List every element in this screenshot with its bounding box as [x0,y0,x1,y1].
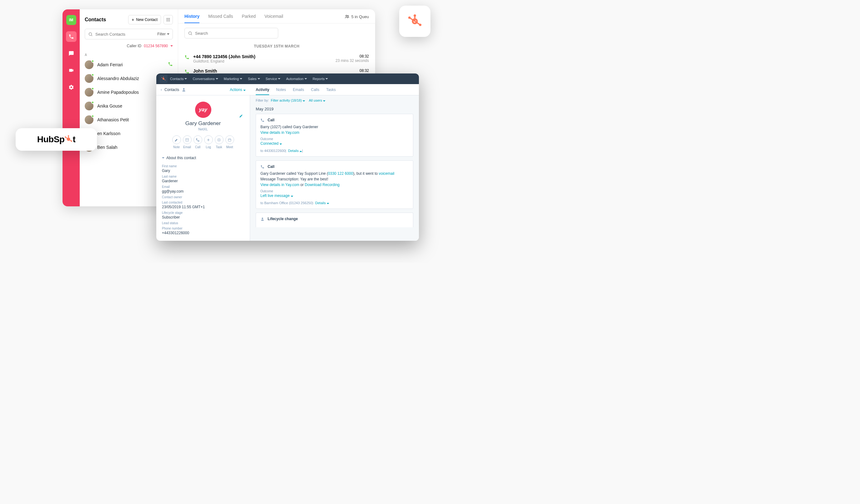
tab-calls[interactable]: Calls [311,88,319,95]
call-button[interactable] [194,135,202,144]
call-icon[interactable] [168,62,173,68]
svg-point-4 [168,19,169,20]
video-icon[interactable] [66,65,76,76]
avatar [85,74,94,83]
task-button[interactable] [215,135,224,144]
svg-point-2 [169,18,170,19]
phone-icon[interactable] [66,31,76,42]
new-contact-button[interactable]: +New Contact [128,15,161,24]
svg-point-5 [169,19,170,20]
tab-parked[interactable]: Parked [242,14,256,23]
svg-point-7 [168,20,169,21]
chat-icon[interactable] [66,48,76,59]
grid-icon[interactable] [163,15,173,24]
nav-service[interactable]: Service [266,77,281,81]
details-link[interactable]: Details [288,149,302,153]
svg-point-3 [167,19,167,20]
svg-point-8 [169,20,170,21]
settings-icon[interactable] [66,82,76,92]
main-search-box [184,28,278,39]
log-label: Log [204,145,213,149]
nav-automation[interactable]: Automation [286,77,307,81]
hubspot-window: Contacts Conversations Marketing Sales S… [156,73,419,241]
caller-id-row[interactable]: Caller ID 01234 567890 [80,43,178,52]
tab-notes[interactable]: Notes [276,88,286,95]
field-lifecycle-stage: Lifecycle stageSubscriber [162,211,244,219]
email-label: Email [183,145,192,149]
record-tabs: ActivityNotesEmailsCallsTasks [250,84,419,95]
back-contacts[interactable]: Contacts [164,88,179,92]
filter-activity-link[interactable]: Filter activity (18/18) [271,99,305,102]
tab-missed-calls[interactable]: Missed Calls [208,14,233,23]
contact-sidebar: yay Gary Gardener NetXL NoteEmailCallLog… [156,95,250,241]
phone-icon [260,118,264,122]
activity-pane: Filter by: Filter activity (18/18) All u… [250,95,419,241]
date-header: TUESDAY 15TH MARCH [178,41,375,52]
main-tabs: HistoryMissed CallsParkedVoicemail 5 in … [178,9,375,24]
nav-conversations[interactable]: Conversations [192,77,218,81]
view-details-link[interactable]: View details in Yay.com [260,130,300,135]
field-first-name: First nameGary [162,164,244,173]
person-icon [260,217,264,221]
tab-voicemail[interactable]: Voicemail [264,14,283,23]
svg-point-32 [262,218,263,219]
back-chevron-icon[interactable]: ‹ [161,88,162,92]
main-search-input[interactable] [195,31,275,35]
call-row[interactable]: +44 7890 123456 (John Smith)Guildford, E… [178,52,375,66]
tab-activity[interactable]: Activity [256,88,269,95]
person-icon [182,88,186,92]
hubspot-wordmark-card: HubSpt [16,128,97,151]
hubspot-logo-icon[interactable] [159,75,168,83]
field-phone-number: Phone number+443301226000 [162,227,244,235]
meet-label: Meet [225,145,234,149]
activity-card-call-2: Call Gary Gardener called Yay Support Li… [256,160,413,209]
note-label: Note [172,145,181,149]
sidebar: IM [62,9,80,206]
tab-history[interactable]: History [184,14,199,23]
contact-row[interactable]: Adam Ferrari [80,58,178,72]
search-contacts-input[interactable] [95,32,155,37]
hubspot-sprocket-card [399,5,430,37]
avatar [85,88,94,97]
user-badge[interactable]: IM [66,15,76,25]
avatar [85,115,94,124]
edit-icon[interactable] [239,114,243,118]
task-label: Task [215,145,224,149]
tab-tasks[interactable]: Tasks [326,88,336,95]
search-contacts-box: Filter [85,29,173,39]
nav-marketing[interactable]: Marketing [224,77,242,81]
nav-sales[interactable]: Sales [248,77,260,81]
email-button[interactable] [183,135,192,144]
field-email: Emailgg@yay.com [162,185,244,193]
svg-line-14 [191,34,192,35]
svg-point-11 [346,15,347,16]
outcome-dropdown[interactable]: Left live message [260,193,408,198]
download-recording-link[interactable]: Download Recording [305,183,340,187]
field-contact-owner: Contact owner [162,196,244,199]
search-icon [188,31,192,35]
contact-name: Adam Ferrari [97,62,164,67]
search-icon [88,32,93,37]
phone-icon [184,55,189,61]
filter-dropdown[interactable]: Filter [157,32,169,36]
filter-users-link[interactable]: All users [309,99,326,102]
tab-emails[interactable]: Emails [293,88,304,95]
note-button[interactable] [172,135,181,144]
outcome-dropdown[interactable]: Connected [260,141,408,146]
svg-point-6 [167,20,167,21]
meet-button[interactable] [225,135,234,144]
svg-line-10 [91,35,92,36]
phone-link[interactable]: 0330 122 6000 [328,171,353,176]
queue-indicator[interactable]: 5 in Queu [344,14,369,23]
section-letter: A [80,52,178,58]
view-details-link[interactable]: View details in Yay.com [260,183,300,187]
actions-dropdown[interactable]: Actions [230,88,246,92]
svg-point-22 [183,88,185,90]
nav-reports[interactable]: Reports [313,77,328,81]
details-link[interactable]: Details [315,201,329,205]
nav-contacts[interactable]: Contacts [170,77,187,81]
about-section-toggle[interactable]: About this contact [162,153,244,162]
log-button[interactable] [204,135,213,144]
voicemail-link[interactable]: voicemail [378,171,394,176]
hubspot-topbar: Contacts Conversations Marketing Sales S… [156,73,419,84]
